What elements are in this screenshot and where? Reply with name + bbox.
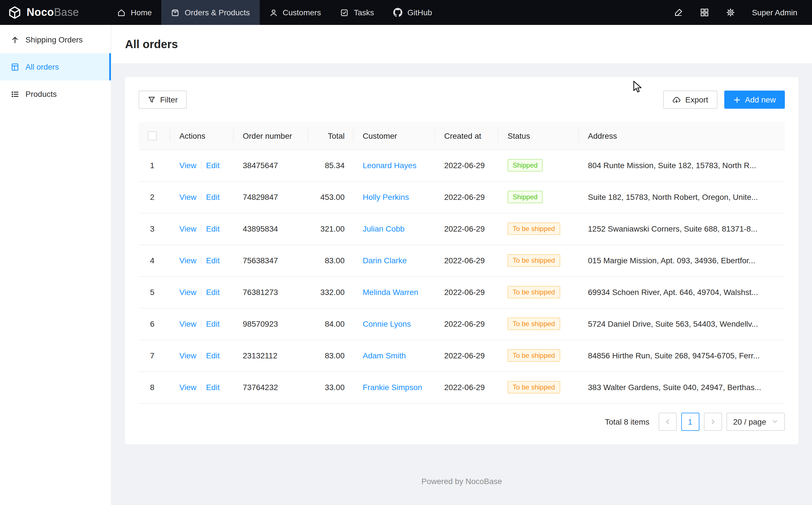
nocobase-logo[interactable]: NocoBase [0,0,107,25]
customer-link[interactable]: Melinda Warren [363,288,419,297]
export-button[interactable]: Export [663,91,717,109]
nav-item-orders-products[interactable]: Orders & Products [162,0,259,25]
column-header-total: Total [308,122,354,149]
total-cell: 33.00 [325,383,345,392]
table-row: 7 ViewEdit 23132112 83.00 Adam Smith 202… [139,340,785,371]
order-number-cell: 23132112 [243,351,278,360]
edit-link[interactable]: Edit [206,383,220,392]
customer-link[interactable]: Holly Perkins [363,192,409,201]
customer-link[interactable]: Frankie Simpson [363,383,422,392]
view-link[interactable]: View [179,256,196,265]
created-at-cell: 2022-06-29 [444,351,485,360]
page-size-value: 20 / page [733,417,766,426]
table-header-row: Actions Order number Total Customer Crea… [139,122,785,149]
created-at-cell: 2022-06-29 [444,319,485,328]
column-header-order-number: Order number [234,122,308,149]
nav-item-label: Orders & Products [185,8,250,17]
column-header-created-at: Created at [435,122,499,149]
edit-link[interactable]: Edit [206,288,220,297]
action-divider [201,161,202,169]
view-link[interactable]: View [179,351,196,360]
total-cell: 453.00 [320,192,345,201]
address-cell: 69934 Schoen River, Apt. 646, 49704, Wal… [588,288,776,297]
column-header-actions: Actions [170,122,234,149]
logo-cube-icon [8,6,21,19]
view-link[interactable]: View [179,383,196,392]
export-cloud-icon [672,96,681,104]
total-cell: 332.00 [320,288,345,297]
table-body: 1 ViewEdit 38475647 85.34 Leonard Hayes … [139,149,785,403]
status-badge: Shipped [508,191,543,203]
content-area: Filter Export [111,63,812,505]
customer-link[interactable]: Adam Smith [363,351,406,360]
select-all-checkbox[interactable] [148,132,157,141]
action-divider [201,288,202,296]
address-cell: Suite 182, 15783, North Robert, Oregon, … [588,192,776,201]
order-number-cell: 74829847 [243,192,278,201]
view-link[interactable]: View [179,288,196,297]
status-badge: To be shipped [508,222,560,235]
row-index: 4 [148,256,157,265]
sidebar-item-shipping-orders[interactable]: Shipping Orders [0,26,111,53]
order-number-cell: 98570923 [243,319,278,328]
page-1-button[interactable]: 1 [681,412,699,431]
add-new-button[interactable]: Add new [724,91,785,109]
order-number-cell: 75638347 [243,256,278,265]
view-link[interactable]: View [179,319,196,328]
status-badge: To be shipped [508,254,560,267]
home-icon [117,8,125,17]
column-header-address: Address [579,122,785,149]
sidebar-item-products[interactable]: Products [0,80,111,108]
edit-link[interactable]: Edit [206,161,220,170]
action-divider [201,257,202,265]
previous-page-button[interactable] [658,412,676,431]
filter-button-label: Filter [160,95,178,104]
total-cell: 84.00 [325,319,345,328]
nav-item-tasks[interactable]: Tasks [330,0,384,25]
address-cell: 015 Margie Mission, Apt. 093, 34936, Ebe… [588,256,776,265]
highlighter-icon[interactable] [674,8,683,17]
total-cell: 83.00 [325,351,345,360]
row-index: 3 [148,224,157,233]
next-page-button[interactable] [704,412,722,431]
page-size-select[interactable]: 20 / page [726,412,785,431]
view-link[interactable]: View [179,192,196,201]
user-menu[interactable]: Super Admin [752,8,797,17]
nav-item-home[interactable]: Home [107,0,162,25]
total-cell: 321.00 [320,224,345,233]
status-badge: Shipped [508,159,543,172]
chevron-right-icon [709,418,716,425]
orders-products-icon [171,8,180,17]
total-cell: 85.34 [325,161,345,170]
edit-link[interactable]: Edit [206,192,220,201]
customers-icon [269,8,278,17]
nav-item-label: Tasks [354,8,374,17]
nav-item-customers[interactable]: Customers [259,0,330,25]
edit-link[interactable]: Edit [206,256,220,265]
edit-link[interactable]: Edit [206,351,220,360]
filter-button[interactable]: Filter [139,91,187,109]
view-link[interactable]: View [179,224,196,233]
nav-item-label: Customers [283,8,321,17]
created-at-cell: 2022-06-29 [444,256,485,265]
customer-link[interactable]: Leonard Hayes [363,161,417,170]
blocks-icon[interactable] [700,8,709,17]
created-at-cell: 2022-06-29 [444,161,485,170]
action-divider [201,352,202,359]
table-row: 8 ViewEdit 73764232 33.00 Frankie Simpso… [139,371,785,403]
customer-link[interactable]: Julian Cobb [363,224,404,233]
order-number-cell: 73764232 [243,383,278,392]
column-header-customer: Customer [354,122,435,149]
row-index: 7 [148,351,157,360]
row-index: 2 [148,192,157,201]
customer-link[interactable]: Connie Lyons [363,319,411,328]
sidebar-item-all-orders[interactable]: All orders [0,53,111,80]
nav-item-github[interactable]: GitHub [384,0,442,25]
customer-link[interactable]: Darin Clarke [363,256,407,265]
edit-link[interactable]: Edit [206,224,220,233]
page-title: All orders [125,38,178,51]
gear-icon[interactable] [726,8,735,17]
edit-link[interactable]: Edit [206,319,220,328]
view-link[interactable]: View [179,161,196,170]
nav-item-label: GitHub [408,8,432,17]
